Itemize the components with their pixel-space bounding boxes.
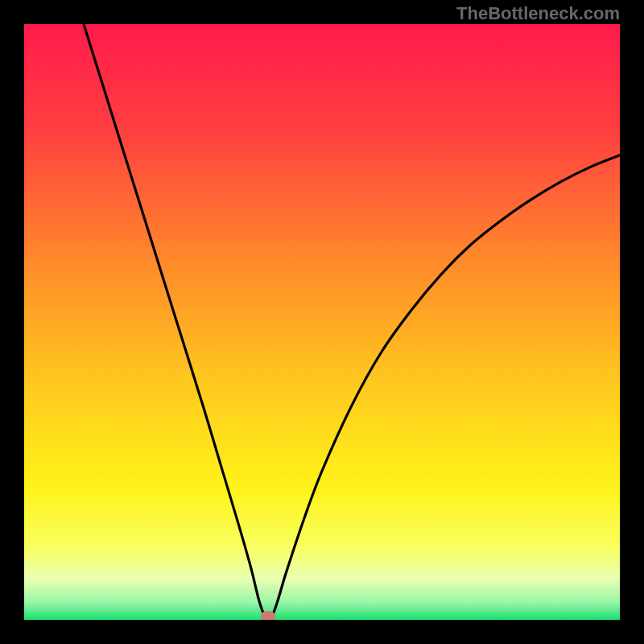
chart-frame: TheBottleneck.com [0, 0, 644, 644]
curve-layer [24, 24, 620, 620]
bottleneck-curve [84, 24, 620, 619]
optimum-marker [261, 611, 275, 620]
plot-area [24, 24, 620, 620]
watermark-text: TheBottleneck.com [456, 3, 620, 24]
